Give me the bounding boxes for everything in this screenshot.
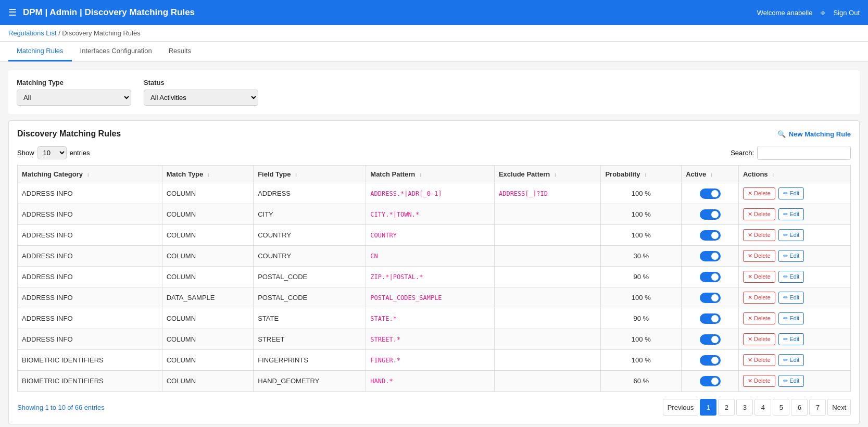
tab-matching-rules[interactable]: Matching Rules (8, 42, 72, 61)
active-toggle[interactable] (700, 251, 721, 261)
cell-probability: 100 % (601, 183, 682, 204)
delete-button[interactable]: ✕ Delete (743, 312, 775, 324)
matching-type-select[interactable]: All COLUMN DATA_SAMPLE (17, 90, 131, 106)
table-row: ADDRESS INFODATA_SAMPLEPOSTAL_CODEPOSTAL… (18, 287, 851, 308)
cell-active (682, 329, 739, 350)
col-match-pattern[interactable]: Match Pattern ↕ (366, 166, 495, 183)
active-toggle[interactable] (700, 355, 721, 366)
active-toggle[interactable] (700, 334, 721, 345)
delete-button[interactable]: ✕ Delete (743, 271, 775, 283)
sort-icon-active[interactable]: ↕ (710, 172, 713, 178)
cell-actions: ✕ Delete ✏ Edit (738, 246, 850, 267)
search-input[interactable] (757, 146, 851, 160)
active-toggle[interactable] (700, 209, 721, 220)
edit-button[interactable]: ✏ Edit (778, 375, 804, 387)
sort-icon-field-type[interactable]: ↕ (295, 172, 297, 178)
active-toggle[interactable] (700, 376, 721, 386)
col-matching-category[interactable]: Matching Category ↕ (18, 166, 162, 183)
sort-icon-match-type[interactable]: ↕ (207, 172, 210, 178)
cell-match-type: COLUMN (162, 371, 253, 392)
new-matching-rule-button[interactable]: 🔍 New Matching Rule (777, 130, 851, 138)
edit-button[interactable]: ✏ Edit (778, 312, 804, 324)
cell-exclude-pattern (494, 204, 600, 225)
page-button-1[interactable]: 1 (700, 399, 716, 416)
delete-button[interactable]: ✕ Delete (743, 354, 775, 366)
breadcrumb-parent[interactable]: Regulations List (8, 29, 57, 37)
edit-button[interactable]: ✏ Edit (778, 208, 804, 220)
showing-suffix: entries (84, 404, 105, 411)
table-title: Discovery Matching Rules (17, 129, 121, 139)
cell-probability: 30 % (601, 246, 682, 267)
cell-exclude-pattern (494, 267, 600, 287)
showing-of: of (67, 404, 74, 411)
delete-button[interactable]: ✕ Delete (743, 333, 775, 345)
cell-category: ADDRESS INFO (18, 308, 162, 329)
cell-actions: ✕ Delete ✏ Edit (738, 371, 850, 392)
delete-button[interactable]: ✕ Delete (743, 250, 775, 262)
cell-actions: ✕ Delete ✏ Edit (738, 225, 850, 246)
active-toggle[interactable] (700, 272, 721, 282)
page-button-6[interactable]: 6 (791, 399, 808, 416)
cell-active (682, 204, 739, 225)
cell-category: ADDRESS INFO (18, 183, 162, 204)
delete-button[interactable]: ✕ Delete (743, 229, 775, 241)
col-probability[interactable]: Probability ↕ (601, 166, 682, 183)
delete-button[interactable]: ✕ Delete (743, 292, 775, 304)
active-toggle[interactable] (700, 293, 721, 303)
col-match-type[interactable]: Match Type ↕ (162, 166, 253, 183)
cell-match-pattern: ADDRESS.*|ADR[_0-1] (366, 183, 495, 204)
edit-button[interactable]: ✏ Edit (778, 271, 804, 283)
cell-field-type: STREET (254, 329, 366, 350)
col-field-type[interactable]: Field Type ↕ (254, 166, 366, 183)
status-filter: Status All Activities Active Inactive (144, 79, 258, 106)
cell-active (682, 225, 739, 246)
sign-out-button[interactable]: Sign Out (833, 9, 860, 17)
table-row: ADDRESS INFOCOLUMNSTATESTATE.*90 % ✕ Del… (18, 308, 851, 329)
entries-per-page-select[interactable]: 10 25 50 100 (37, 146, 67, 159)
active-toggle[interactable] (700, 189, 721, 199)
delete-button[interactable]: ✕ Delete (743, 187, 775, 199)
sort-icon-match-pattern[interactable]: ↕ (419, 172, 422, 178)
cell-match-pattern: FINGER.* (366, 350, 495, 371)
breadcrumb-current: Discovery Matching Rules (62, 29, 140, 37)
cell-field-type: ADDRESS (254, 183, 366, 204)
cell-field-type: POSTAL_CODE (254, 267, 366, 287)
cell-exclude-pattern (494, 225, 600, 246)
page-button-2[interactable]: 2 (718, 399, 735, 416)
tab-results[interactable]: Results (160, 42, 199, 61)
sign-out-icon: ⎆ (821, 8, 825, 17)
sort-icon-exclude-pattern[interactable]: ↕ (554, 172, 557, 178)
edit-button[interactable]: ✏ Edit (778, 292, 804, 304)
page-button-3[interactable]: 3 (736, 399, 753, 416)
status-select[interactable]: All Activities Active Inactive (144, 90, 258, 106)
edit-button[interactable]: ✏ Edit (778, 229, 804, 241)
previous-button[interactable]: Previous (663, 399, 699, 416)
edit-button[interactable]: ✏ Edit (778, 354, 804, 366)
col-exclude-pattern[interactable]: Exclude Pattern ↕ (494, 166, 600, 183)
cell-match-pattern: STATE.* (366, 308, 495, 329)
sort-icon-probability[interactable]: ↕ (644, 172, 647, 178)
active-toggle[interactable] (700, 230, 721, 241)
header: ☰ DPM | Admin | Discovery Matching Rules… (0, 0, 868, 25)
page-button-4[interactable]: 4 (754, 399, 771, 416)
cell-probability: 90 % (601, 267, 682, 287)
edit-button[interactable]: ✏ Edit (778, 333, 804, 345)
tab-interfaces-configuration[interactable]: Interfaces Configuration (72, 42, 160, 61)
main-content: Matching Type All COLUMN DATA_SAMPLE Sta… (0, 62, 868, 427)
page-button-7[interactable]: 7 (809, 399, 826, 416)
active-toggle[interactable] (700, 313, 721, 324)
delete-button[interactable]: ✕ Delete (743, 375, 775, 387)
edit-button[interactable]: ✏ Edit (778, 250, 804, 262)
showing-to: 10 (58, 404, 66, 411)
edit-button[interactable]: ✏ Edit (778, 187, 804, 199)
delete-button[interactable]: ✕ Delete (743, 208, 775, 220)
table-row: ADDRESS INFOCOLUMNSTREETSTREET.*100 % ✕ … (18, 329, 851, 350)
sort-icon-category[interactable]: ↕ (87, 172, 90, 178)
table-row: ADDRESS INFOCOLUMNADDRESSADDRESS.*|ADR[_… (18, 183, 851, 204)
cell-active (682, 350, 739, 371)
col-active[interactable]: Active ↕ (682, 166, 739, 183)
page-button-5[interactable]: 5 (773, 399, 789, 416)
search-box-wrap: Search: (731, 146, 851, 160)
next-button[interactable]: Next (827, 399, 851, 416)
menu-icon[interactable]: ☰ (8, 7, 17, 18)
